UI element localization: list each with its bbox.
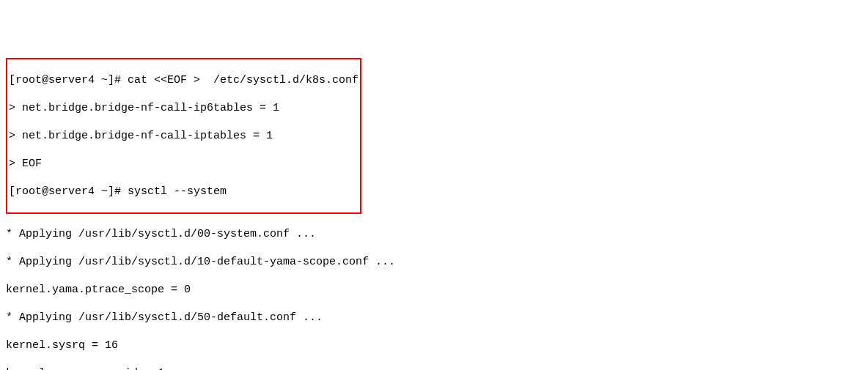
- terminal-output: kernel.core_uses_pid = 1: [6, 366, 862, 370]
- terminal-line: > net.bridge.bridge-nf-call-ip6tables = …: [9, 101, 358, 115]
- highlight-box-sysctl: [root@server4 ~]# cat <<EOF > /etc/sysct…: [6, 58, 361, 214]
- terminal-line: [root@server4 ~]# cat <<EOF > /etc/sysct…: [9, 73, 358, 87]
- terminal-output: * Applying /usr/lib/sysctl.d/00-system.c…: [6, 227, 862, 241]
- terminal-output: kernel.yama.ptrace_scope = 0: [6, 283, 862, 297]
- terminal-line: [root@server4 ~]# sysctl --system: [9, 185, 358, 199]
- terminal-output: * Applying /usr/lib/sysctl.d/10-default-…: [6, 255, 862, 269]
- terminal-line: > EOF: [9, 157, 358, 171]
- terminal-line: > net.bridge.bridge-nf-call-iptables = 1: [9, 129, 358, 143]
- terminal-output: kernel.sysrq = 16: [6, 338, 862, 352]
- terminal-output: * Applying /usr/lib/sysctl.d/50-default.…: [6, 311, 862, 325]
